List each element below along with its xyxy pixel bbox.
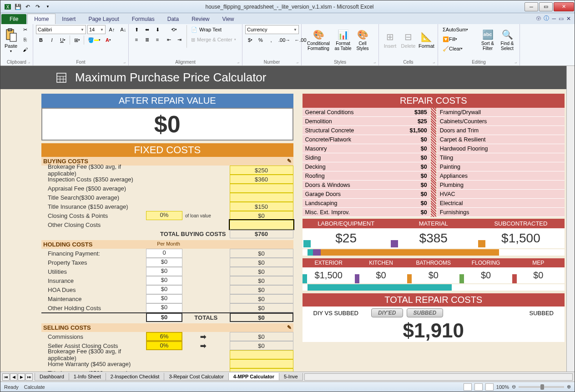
accounting-format-icon[interactable]: $▾ [245, 35, 255, 45]
find-select-button[interactable]: 🔍Find & Select [498, 25, 516, 55]
tab-review[interactable]: Review [185, 14, 216, 24]
orientation-icon[interactable]: ⟲▾ [164, 25, 184, 34]
delete-cells-button[interactable]: ⊟Delete [400, 25, 417, 55]
cell[interactable]: $0 [230, 332, 293, 341]
tab-formulas[interactable]: Formulas [126, 14, 161, 24]
tab-file[interactable]: File [1, 14, 26, 24]
cell[interactable] [230, 193, 293, 202]
cell[interactable]: $0 [146, 276, 182, 285]
zoom-slider[interactable] [519, 386, 564, 388]
worksheet-tab[interactable]: 1-Info Sheet [69, 373, 106, 381]
font-size-combo[interactable]: 14▼ [87, 25, 106, 34]
cell[interactable] [230, 184, 293, 193]
cell[interactable] [230, 350, 293, 359]
worksheet[interactable]: Maximum Purchase Price Calculator AFTER … [0, 66, 566, 372]
horizontal-scrollbar[interactable] [304, 373, 573, 381]
increase-indent-icon[interactable]: ⇥ [174, 35, 184, 44]
zoom-level[interactable]: 100% [496, 384, 509, 390]
cell[interactable]: $0 [230, 276, 293, 285]
edit-icon[interactable]: ✎ [287, 158, 292, 165]
excel-app-icon[interactable]: X [3, 2, 12, 11]
cell[interactable]: $0 [146, 258, 182, 267]
cell[interactable]: $0 [230, 285, 293, 294]
worksheet-tab[interactable]: 4-MPP Calculator [228, 373, 279, 381]
worksheet-tab[interactable]: 5-Inve [279, 373, 303, 381]
cell[interactable]: $0 [230, 303, 293, 312]
close-button[interactable]: ✕ [554, 2, 574, 11]
align-left-icon[interactable]: ≡ [131, 35, 141, 44]
italic-button[interactable]: I [47, 35, 57, 45]
clear-button[interactable]: 🧹 Clear▾ [441, 44, 477, 53]
diyed-pill[interactable]: DIY'ED [371, 308, 403, 317]
cell[interactable]: $250 [230, 166, 293, 175]
mdi-close-icon[interactable]: ✕ [566, 15, 571, 22]
cell[interactable]: $0 [146, 267, 182, 276]
tab-insert[interactable]: Insert [55, 14, 82, 24]
vertical-scrollbar[interactable] [566, 66, 575, 372]
conditional-formatting-button[interactable]: 🎨Conditional Formatting [304, 25, 333, 55]
cut-icon[interactable]: ✂ [20, 25, 30, 34]
subbed-pill[interactable]: SUBBED [407, 308, 444, 317]
fill-button[interactable]: 🔽 Fill▾ [441, 35, 477, 44]
cell[interactable]: $0 [230, 267, 293, 276]
copy-icon[interactable]: ⎘ [20, 35, 30, 44]
font-color-button[interactable]: A▾ [103, 35, 113, 45]
tab-data[interactable]: Data [161, 14, 185, 24]
number-format-combo[interactable]: Currency▼ [245, 25, 299, 34]
cell[interactable]: $0 [230, 249, 293, 258]
cell[interactable]: $150 [230, 202, 293, 211]
cell[interactable] [230, 359, 293, 368]
format-as-table-button[interactable]: 📊Format as Table [334, 25, 352, 55]
page-layout-view-icon[interactable] [474, 383, 483, 391]
mdi-restore-icon[interactable]: ▭ [559, 15, 564, 22]
qat-dropdown-icon[interactable]: ▼ [43, 2, 52, 11]
autosum-button[interactable]: Σ AutoSum▾ [441, 25, 477, 34]
shrink-font-icon[interactable]: A↓ [118, 25, 128, 34]
cell[interactable]: $0 [146, 303, 182, 312]
worksheet-tab[interactable]: Dashboard [35, 373, 69, 381]
cell[interactable]: $360 [230, 175, 293, 184]
sort-filter-button[interactable]: 🔤Sort & Filter [479, 25, 497, 55]
wrap-text-button[interactable]: 📄Wrap Text [189, 25, 239, 34]
font-name-combo[interactable]: Calibri▼ [36, 25, 86, 34]
tab-nav-next[interactable]: ▶ [18, 373, 25, 381]
tab-view[interactable]: View [216, 14, 241, 24]
tab-nav-first[interactable]: ⏮ [2, 373, 10, 381]
maximize-button[interactable]: ▭ [539, 2, 553, 11]
cell[interactable]: 0% [146, 341, 182, 350]
help-icon[interactable]: ⓘ [544, 15, 549, 22]
increase-decimal-icon[interactable]: .00→ [277, 35, 292, 45]
arv-value[interactable]: $0 [41, 108, 293, 141]
border-button[interactable]: ⊞▾ [72, 35, 82, 45]
insert-cells-button[interactable]: ⊞Insert [382, 25, 398, 55]
redo-icon[interactable]: ↷ [33, 2, 42, 11]
decrease-indent-icon[interactable]: ⇤ [164, 35, 174, 44]
cell[interactable]: 6% [146, 332, 182, 341]
bold-button[interactable]: B [36, 35, 46, 45]
cell[interactable]: $0 [146, 285, 182, 294]
zoom-out-icon[interactable]: ⊖ [512, 384, 516, 390]
comma-format-icon[interactable]: , [266, 35, 276, 45]
align-right-icon[interactable]: ≡ [152, 35, 162, 44]
cell[interactable]: $0 [146, 294, 182, 303]
underline-button[interactable]: U▾ [58, 35, 68, 45]
cell[interactable]: 0% [146, 211, 182, 220]
cell[interactable] [230, 368, 293, 372]
worksheet-tab[interactable]: 2-Inspection Checklist [106, 373, 165, 381]
cell[interactable]: $0 [230, 258, 293, 267]
fill-color-button[interactable]: 🪣▾ [86, 35, 102, 45]
percent-format-icon[interactable]: % [256, 35, 266, 45]
format-painter-icon[interactable]: 🖌 [20, 45, 30, 54]
paste-button[interactable]: Paste ▼ [3, 25, 19, 55]
edit-icon[interactable]: ✎ [287, 324, 292, 331]
save-icon[interactable]: 💾 [13, 2, 22, 11]
cell[interactable]: 0 [146, 249, 182, 258]
page-break-view-icon[interactable] [485, 383, 494, 391]
undo-icon[interactable]: ↶ [23, 2, 32, 11]
tab-home[interactable]: Home [27, 14, 55, 24]
cell[interactable]: $0 [230, 294, 293, 303]
minimize-button[interactable]: ─ [525, 2, 538, 11]
worksheet-tab[interactable]: 3-Repair Cost Calculator [164, 373, 228, 381]
zoom-in-icon[interactable]: ⊕ [567, 384, 571, 390]
tab-nav-last[interactable]: ⏭ [25, 373, 33, 381]
